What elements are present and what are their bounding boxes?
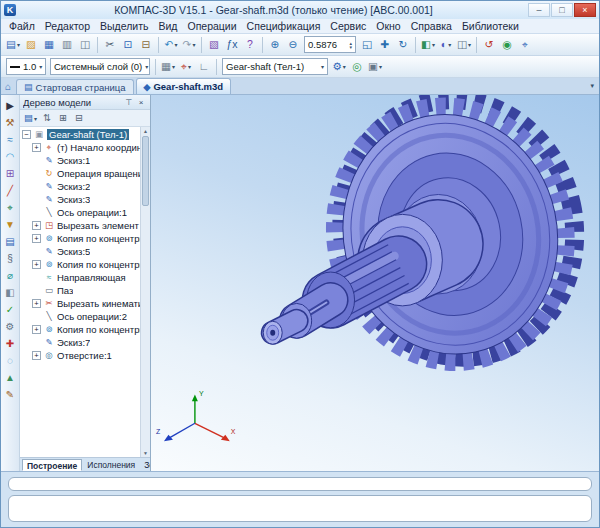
tree-item-root[interactable]: − ▣ Gear-shaft (Тел-1)	[20, 128, 140, 141]
expander-icon[interactable]	[32, 182, 41, 191]
expander-icon[interactable]	[32, 247, 41, 256]
expander-icon[interactable]	[32, 312, 41, 321]
toolbar-button[interactable]: ◱	[358, 35, 376, 54]
tree-item[interactable]: + ◳ Вырезать элемент вы	[20, 219, 140, 232]
line-weight-combo[interactable]: 1.0 ▾	[6, 58, 46, 75]
3d-viewport[interactable]: Y X Z	[150, 95, 599, 471]
toolbar-button[interactable]: ?	[241, 35, 259, 54]
panel-button[interactable]: §	[2, 250, 19, 267]
expander-icon[interactable]: +	[32, 299, 41, 308]
toolbar-button[interactable]: ⌖ ▾	[177, 57, 195, 76]
panel-button[interactable]: ⚒	[2, 114, 19, 131]
panel-button[interactable]: ▤	[2, 233, 19, 250]
tree-item[interactable]: + ⊚ Копия по концентрич	[20, 323, 140, 336]
toolbar-button[interactable]: ⌖	[516, 35, 534, 54]
panel-button[interactable]: ✎	[2, 386, 19, 403]
current-part-combo[interactable]: Gear-shaft (Тел-1) ▾	[222, 58, 328, 75]
tree-item[interactable]: + ⊚ Копия по концентрич	[20, 232, 140, 245]
expander-icon[interactable]: +	[32, 234, 41, 243]
toolbar-button[interactable]: ▤ ▾	[4, 35, 22, 54]
panel-button[interactable]: ⌀	[2, 267, 19, 284]
tree-item[interactable]: + ⊚ Копия по концентрич	[20, 258, 140, 271]
panel-button[interactable]: ⌖	[2, 199, 19, 216]
panel-button[interactable]: ✚	[2, 335, 19, 352]
expander-icon[interactable]: +	[32, 325, 41, 334]
layer-combo[interactable]: Системный слой (0) ▾	[50, 58, 150, 75]
expander-icon[interactable]	[32, 195, 41, 204]
tree-item[interactable]: ▭ Паз	[20, 284, 140, 297]
tab-gear-shaft[interactable]: ◆ Gear-shaft.m3d	[136, 78, 232, 94]
toolbar-button[interactable]: ◫ ▾	[455, 35, 473, 54]
expander-icon[interactable]	[32, 286, 41, 295]
maximize-button[interactable]: □	[551, 3, 573, 17]
panel-button[interactable]: ⊞	[2, 165, 19, 182]
minimize-button[interactable]: –	[528, 3, 550, 17]
tree-item[interactable]: ✎ Эскиз:3	[20, 193, 140, 206]
expander-icon[interactable]: +	[32, 260, 41, 269]
zoom-scale-combo[interactable]: 0.5876 ▴▾	[304, 36, 356, 53]
toolbar-button[interactable]: ◫	[76, 35, 94, 54]
pin-icon[interactable]: ⊤	[123, 98, 135, 107]
tree-item[interactable]: ╲ Ось операции:1	[20, 206, 140, 219]
tree-item[interactable]: ✎ Эскиз:7	[20, 336, 140, 349]
tree-item[interactable]: ✎ Эскиз:1	[20, 154, 140, 167]
toolbar-button[interactable]: ✚	[376, 35, 394, 54]
tree-item[interactable]: ↻ Операция вращения:	[20, 167, 140, 180]
expander-icon[interactable]: +	[32, 221, 41, 230]
tab-start-page[interactable]: ▤ Стартовая страница	[16, 79, 133, 94]
toolbar-button[interactable]: ◉	[498, 35, 516, 54]
tree-item[interactable]: ✎ Эскиз:5	[20, 245, 140, 258]
toolbar-button[interactable]: ⇅	[39, 111, 55, 126]
toolbar-button[interactable]: ◎	[348, 57, 366, 76]
panel-button[interactable]: ≈	[2, 131, 19, 148]
toolbar-button[interactable]: ∟	[195, 57, 213, 76]
panel-button[interactable]: ◌	[2, 352, 19, 369]
tree-item[interactable]: ✎ Эскиз:2	[20, 180, 140, 193]
expander-icon[interactable]: +	[32, 351, 41, 360]
panel-button[interactable]: ◠	[2, 148, 19, 165]
menu-item[interactable]: Библиотеки	[457, 19, 524, 34]
toolbar-button[interactable]: ↶ ▾	[162, 35, 180, 54]
tree-item[interactable]: + ✂ Вырезать кинематич	[20, 297, 140, 310]
toolbar-button[interactable]: ⊟	[137, 35, 155, 54]
panel-button[interactable]: ✓	[2, 301, 19, 318]
tab-ispolneniya[interactable]: Исполнения	[83, 459, 139, 471]
menu-item[interactable]: Спецификация	[242, 19, 326, 34]
toolbar-button[interactable]: ↻	[394, 35, 412, 54]
panel-button[interactable]: ▲	[2, 369, 19, 386]
expander-icon[interactable]	[32, 156, 41, 165]
toolbar-button[interactable]: ⚙ ▾	[330, 57, 348, 76]
scrollbar-thumb[interactable]	[142, 136, 149, 206]
toolbar-button[interactable]: ↷ ▾	[180, 35, 198, 54]
panel-button[interactable]: ▶	[2, 97, 19, 114]
home-icon[interactable]: ⌂	[5, 81, 11, 92]
tree-item[interactable]: + ⌖ (т) Начало координат	[20, 141, 140, 154]
toolbar-button[interactable]: ▨	[22, 35, 40, 54]
toolbar-button[interactable]: ✂	[101, 35, 119, 54]
expander-icon[interactable]	[32, 273, 41, 282]
tab-list-dropdown-icon[interactable]: ▾	[590, 82, 594, 90]
scroll-up-icon[interactable]: ▲	[143, 128, 148, 134]
menu-item[interactable]: Операции	[182, 19, 241, 34]
toolbar-button[interactable]: ▧	[205, 35, 223, 54]
expander-icon[interactable]	[32, 338, 41, 347]
toolbar-button[interactable]: ▥	[58, 35, 76, 54]
toolbar-button[interactable]: ◧ ▾	[419, 35, 437, 54]
toolbar-button[interactable]: ▦	[40, 35, 58, 54]
tree-item[interactable]: + ◎ Отверстие:1	[20, 349, 140, 362]
close-button[interactable]: ×	[574, 3, 596, 17]
panel-button[interactable]: ◧	[2, 284, 19, 301]
close-icon[interactable]: ×	[135, 98, 147, 107]
panel-button[interactable]: ╱	[2, 182, 19, 199]
toolbar-button[interactable]: ⊖	[284, 35, 302, 54]
scroll-down-icon[interactable]: ▼	[143, 450, 148, 456]
toolbar-button[interactable]: ⊟	[71, 111, 87, 126]
toolbar-button[interactable]: ↺	[480, 35, 498, 54]
menu-item[interactable]: Вид	[153, 19, 182, 34]
menu-item[interactable]: Окно	[371, 19, 405, 34]
tab-postroenie[interactable]: Построение	[22, 459, 82, 471]
toolbar-button[interactable]: ƒx	[223, 35, 241, 54]
tree-item[interactable]: ╲ Ось операции:2	[20, 310, 140, 323]
tree-scrollbar[interactable]: ▲ ▼	[140, 127, 150, 457]
menu-item[interactable]: Файл	[4, 19, 40, 34]
